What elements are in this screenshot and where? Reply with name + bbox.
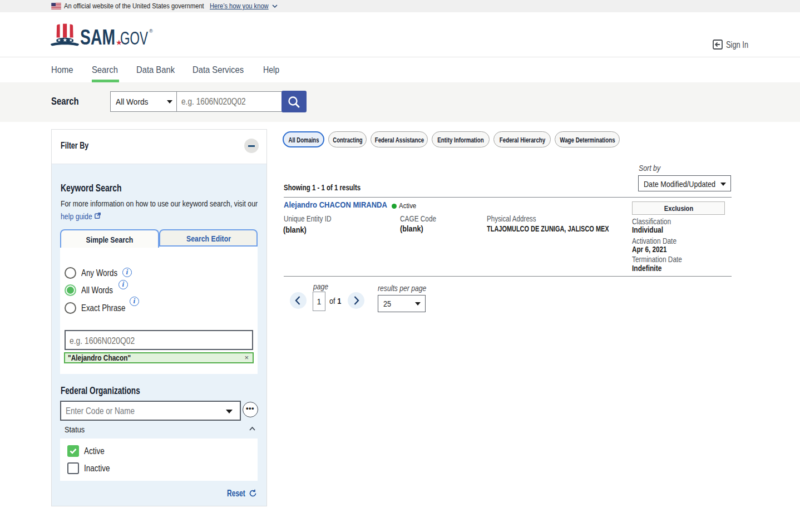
svg-text:GOV: GOV — [120, 27, 148, 48]
svg-text:®: ® — [149, 28, 153, 34]
svg-text:SAM: SAM — [80, 25, 115, 49]
